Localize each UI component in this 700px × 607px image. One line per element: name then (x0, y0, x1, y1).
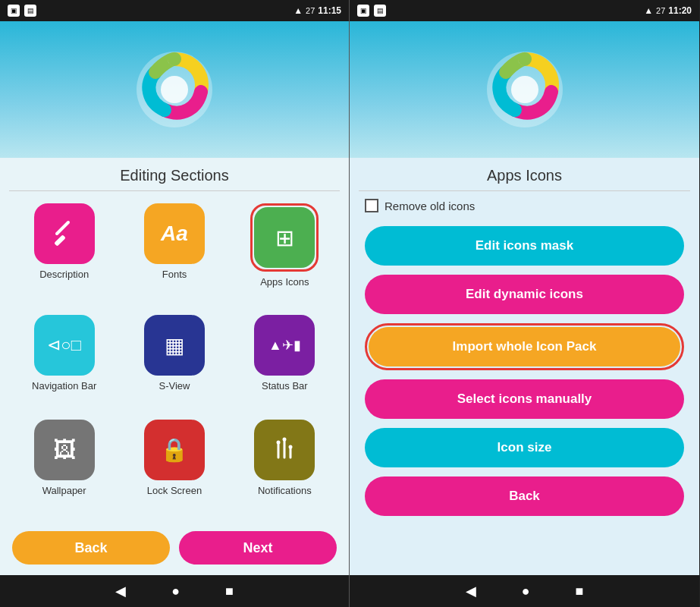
s-view-label: S-View (159, 380, 190, 392)
nav-bar-icon: ⊲○□ (34, 315, 95, 376)
remove-old-icons-label: Remove old icons (385, 200, 475, 212)
action-buttons: Edit icons mask Edit dynamic icons Impor… (350, 220, 699, 575)
signal-strength: 27 (306, 6, 315, 15)
back-arrow-left[interactable]: ◀ (115, 583, 126, 599)
notifications-label: Notifications (258, 485, 312, 496)
menu-item-wallpaper[interactable]: 🖼 Wallpaper (15, 420, 113, 511)
menu-item-apps-icons[interactable]: ⊞ Apps Icons (236, 203, 334, 303)
svg-line-3 (57, 222, 68, 234)
signal-right: 27 (656, 6, 665, 15)
menu-item-lock-screen[interactable]: 🔒 Lock Screen (125, 420, 223, 511)
left-phone: ▣ ▤ ▲ 27 11:15 (0, 0, 350, 607)
android-nav-right: ◀ ● ■ (350, 575, 699, 607)
app-logo-right (483, 48, 567, 131)
notification-icon: ▣ (8, 5, 20, 17)
select-icons-manually-button[interactable]: Select icons manually (365, 379, 684, 419)
page-title-right: Apps Icons (350, 158, 699, 190)
menu-item-notifications[interactable]: Notifications (236, 420, 334, 511)
description-label: Description (39, 269, 89, 280)
notif-icon-right: ▣ (357, 5, 369, 17)
menu-item-status-bar[interactable]: ▲✈▮ Status Bar (236, 315, 334, 407)
menu-item-s-view[interactable]: ▦ S-View (125, 315, 223, 407)
lock-screen-icon: 🔒 (144, 420, 205, 480)
home-button-left[interactable]: ● (171, 583, 180, 599)
apps-icons-icon: ⊞ (254, 207, 315, 268)
edit-dynamic-icons-button[interactable]: Edit dynamic icons (365, 275, 684, 314)
app-icon-right: ▤ (374, 5, 386, 17)
android-nav-left: ◀ ● ■ (0, 575, 349, 607)
status-bar-label: Status Bar (262, 380, 308, 392)
back-button-right[interactable]: Back (365, 476, 684, 516)
fonts-icon: Aa (144, 203, 205, 264)
description-icon (34, 203, 95, 264)
remove-old-icons-checkbox[interactable] (365, 199, 378, 212)
svg-point-10 (289, 445, 293, 448)
svg-point-1 (161, 76, 188, 103)
apps-icons-highlight: ⊞ (250, 203, 319, 272)
import-icon-pack-button[interactable]: Import whole Icon Pack (369, 327, 680, 366)
menu-item-description[interactable]: Description (15, 203, 113, 303)
notifications-icon (254, 420, 315, 480)
wallpaper-label: Wallpaper (42, 485, 86, 496)
svg-point-8 (277, 440, 281, 444)
fonts-label: Fonts (162, 269, 187, 280)
wifi-icon: ▲ (293, 5, 303, 16)
edit-icons-mask-button[interactable]: Edit icons mask (365, 226, 684, 266)
icon-size-button[interactable]: Icon size (365, 428, 684, 467)
back-arrow-right[interactable]: ◀ (466, 583, 476, 599)
svg-rect-4 (54, 234, 66, 247)
recent-button-right[interactable]: ■ (576, 583, 584, 599)
app-icon-small: ▤ (24, 5, 36, 17)
right-phone: ▣ ▤ ▲ 27 11:20 Apps Icons Remove old ico… (350, 0, 699, 607)
time-right: 11:20 (668, 5, 692, 16)
back-button-left[interactable]: Back (12, 531, 170, 565)
recent-button-left[interactable]: ■ (225, 583, 234, 599)
status-bar-left: ▣ ▤ ▲ 27 11:15 (0, 0, 349, 21)
time-left: 11:15 (318, 5, 341, 16)
home-button-right[interactable]: ● (522, 583, 530, 599)
svg-point-9 (283, 437, 287, 441)
bottom-nav-left: Back Next (0, 524, 349, 575)
import-icon-pack-highlight: Import whole Icon Pack (365, 323, 684, 370)
menu-item-fonts[interactable]: Aa Fonts (125, 203, 223, 303)
checkbox-row: Remove old icons (350, 191, 699, 220)
next-button-left[interactable]: Next (179, 531, 337, 565)
header-right (350, 21, 699, 158)
apps-icons-label: Apps Icons (260, 276, 309, 288)
status-bar-right: ▣ ▤ ▲ 27 11:20 (350, 0, 699, 21)
s-view-icon: ▦ (144, 315, 205, 376)
nav-bar-label: Navigation Bar (32, 380, 96, 392)
lock-screen-label: Lock Screen (147, 485, 202, 496)
app-logo-left (133, 48, 216, 131)
menu-item-nav-bar[interactable]: ⊲○□ Navigation Bar (15, 315, 113, 407)
menu-grid: Description Aa Fonts ⊞ Apps Icons ⊲○□ Na… (0, 191, 349, 524)
page-title-left: Editing Sections (0, 158, 349, 190)
wallpaper-icon: 🖼 (34, 420, 95, 480)
wifi-icon-right: ▲ (644, 5, 653, 16)
svg-point-12 (511, 76, 538, 103)
header-left (0, 21, 349, 158)
status-bar-icon: ▲✈▮ (254, 315, 315, 376)
